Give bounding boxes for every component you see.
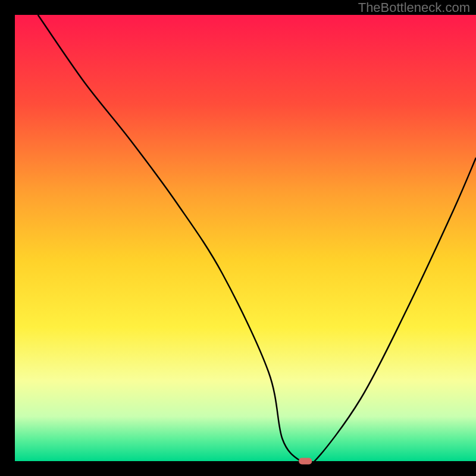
chart-wrapper: TheBottleneck.com <box>0 0 476 476</box>
watermark-text: TheBottleneck.com <box>358 0 470 15</box>
bottleneck-chart <box>0 0 476 476</box>
optimal-marker <box>299 458 312 465</box>
